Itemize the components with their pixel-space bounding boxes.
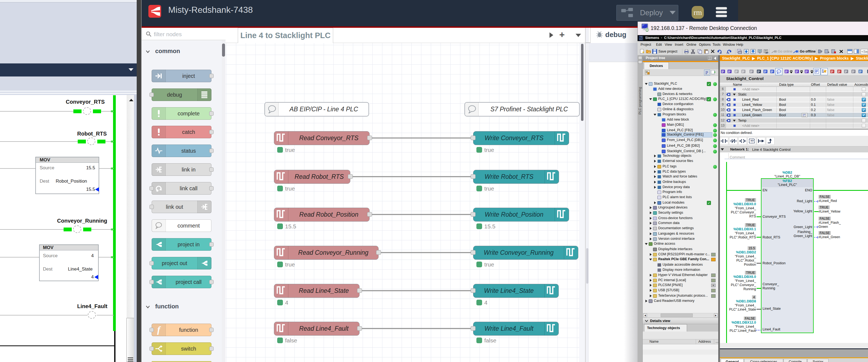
svg-text:±: ± <box>726 51 728 54</box>
svg-text:±: ± <box>720 51 722 54</box>
svg-text:RT: RT <box>766 52 769 54</box>
svg-text:01: 01 <box>739 51 741 54</box>
svg-text:?: ? <box>820 50 823 53</box>
svg-text:??: ?? <box>750 140 753 143</box>
